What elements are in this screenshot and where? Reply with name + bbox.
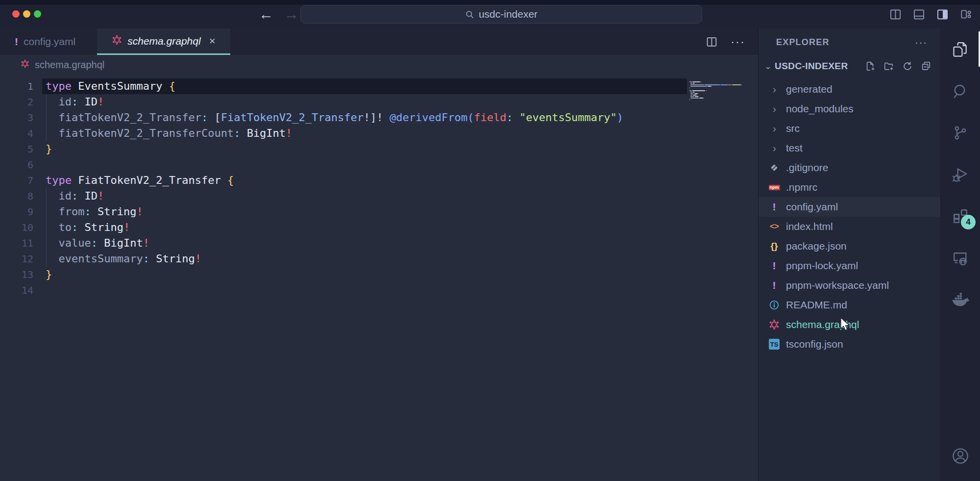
- code-line[interactable]: 8 id: ID!: [0, 188, 758, 204]
- activity-account-icon[interactable]: [941, 439, 980, 473]
- file-name: pnpm-workspace.yaml: [786, 279, 889, 291]
- titlebar: ← → usdc-indexer: [0, 0, 980, 28]
- explorer-more-actions-icon[interactable]: ···: [915, 37, 928, 48]
- code-text: id: ID!: [33, 188, 104, 204]
- code-line[interactable]: 11 value: BigInt!: [0, 235, 758, 251]
- breadcrumb-label: schema.graphql: [35, 59, 104, 71]
- extensions-badge: 4: [961, 215, 976, 229]
- code-text: to: String!: [33, 220, 130, 235]
- tree-item-pnpm-lock-yaml[interactable]: !pnpm-lock.yaml: [759, 256, 940, 276]
- chevron-right-icon: ›: [769, 103, 780, 115]
- panel-bottom-icon[interactable]: [912, 8, 926, 21]
- tree-item--npmrc[interactable]: npm.npmrc: [759, 177, 940, 197]
- zoom-window-button[interactable]: [34, 10, 41, 18]
- line-number: 13: [0, 267, 33, 282]
- breadcrumb[interactable]: schema.graphql: [0, 55, 758, 75]
- code-text: [33, 282, 46, 298]
- code-line[interactable]: 4 fiatTokenV2_2_TransferCount: BigInt!: [0, 126, 758, 141]
- explorer-section-usdc-indexer[interactable]: ⌄ USDC-INDEXER: [759, 56, 940, 76]
- sidebar-right-icon[interactable]: [936, 8, 949, 21]
- html-file-icon: <>: [768, 222, 780, 231]
- line-number: 7: [0, 173, 33, 188]
- line-number: 8: [0, 188, 33, 204]
- split-editor-icon[interactable]: [706, 36, 718, 48]
- file-name: src: [786, 123, 800, 134]
- code-text: id: ID!: [33, 94, 104, 110]
- nav-back-button[interactable]: ←: [259, 7, 273, 22]
- chevron-down-icon: ⌄: [764, 61, 772, 72]
- code-text: }: [33, 141, 52, 157]
- split-columns-icon[interactable]: [889, 8, 902, 21]
- code-line[interactable]: 13}: [0, 267, 758, 282]
- close-window-button[interactable]: [12, 10, 20, 18]
- file-name: generated: [786, 83, 833, 95]
- tree-item-node-modules[interactable]: ›node_modules: [759, 99, 940, 119]
- code-line[interactable]: 5}: [0, 141, 758, 157]
- code-editor[interactable]: 1type EventsSummary {2 id: ID!3 fiatToke…: [0, 75, 758, 481]
- tree-item-config-yaml[interactable]: !config.yaml: [759, 197, 940, 217]
- activity-bar: 4: [941, 28, 980, 481]
- activity-remote-explorer-icon[interactable]: [941, 237, 980, 278]
- customize-layout-icon[interactable]: [959, 8, 972, 21]
- code-line[interactable]: 12 eventsSummary: String!: [0, 251, 758, 267]
- tree-item-test[interactable]: ›test: [759, 138, 940, 158]
- tree-item-package-json[interactable]: {}package.json: [759, 236, 940, 256]
- code-line[interactable]: 1type EventsSummary {: [0, 78, 758, 94]
- activity-extensions-icon[interactable]: 4: [941, 195, 980, 237]
- tree-item-generated[interactable]: ›generated: [759, 79, 940, 99]
- refresh-icon[interactable]: [902, 61, 913, 72]
- collapse-all-icon[interactable]: [921, 61, 931, 72]
- close-tab-icon[interactable]: ×: [209, 35, 216, 48]
- mouse-cursor: [839, 317, 852, 331]
- json-file-icon: {}: [768, 241, 780, 252]
- tree-item-index-html[interactable]: <>index.html: [759, 217, 940, 236]
- code-line[interactable]: 2 id: ID!: [0, 94, 758, 110]
- activity-search-icon[interactable]: [941, 70, 980, 112]
- activity-explorer-icon[interactable]: [941, 28, 980, 70]
- activity-docker-icon[interactable]: [941, 278, 980, 320]
- minimize-window-button[interactable]: [23, 10, 30, 18]
- app-window: ← → usdc-indexer ! config.yaml: [0, 0, 980, 481]
- file-name: tsconfig.json: [786, 338, 843, 350]
- file-tree: ›generated›node_modules›src›test.gitigno…: [759, 76, 940, 481]
- line-number: 4: [0, 126, 33, 141]
- code-text: }: [33, 267, 52, 282]
- tree-item-src[interactable]: ›src: [759, 119, 940, 138]
- tree-item-readme-md[interactable]: README.md: [759, 295, 940, 315]
- command-center-search[interactable]: usdc-indexer: [300, 5, 702, 24]
- code-line[interactable]: 9 from: String!: [0, 204, 758, 220]
- editor-more-actions-icon[interactable]: ···: [731, 35, 745, 49]
- line-number: 12: [0, 251, 33, 267]
- activity-source-control-icon[interactable]: [941, 112, 980, 153]
- new-folder-icon[interactable]: [883, 61, 894, 72]
- window-controls: [12, 10, 41, 18]
- yaml-file-icon: !: [15, 36, 18, 48]
- search-value: usdc-indexer: [479, 8, 538, 20]
- code-line[interactable]: 14: [0, 282, 758, 298]
- tree-item--gitignore[interactable]: .gitignore: [759, 158, 940, 177]
- explorer-title: EXPLORER: [776, 37, 830, 48]
- new-file-icon[interactable]: [865, 61, 876, 72]
- code-text: eventsSummary: String!: [33, 251, 201, 267]
- code-line[interactable]: 7type FiatTokenV2_2_Transfer {: [0, 173, 758, 188]
- file-name: node_modules: [786, 103, 854, 115]
- activity-run-debug-icon[interactable]: [941, 153, 980, 195]
- graphql-file-icon: [21, 59, 29, 71]
- code-text: from: String!: [33, 204, 143, 220]
- line-number: 10: [0, 220, 33, 235]
- nav-forward-button[interactable]: →: [284, 7, 299, 22]
- line-number: 11: [0, 235, 33, 251]
- tree-item-tsconfig-json[interactable]: TStsconfig.json: [759, 334, 940, 354]
- tab-config-yaml[interactable]: ! config.yaml: [0, 28, 90, 55]
- tab-schema-graphql[interactable]: schema.graphql ×: [97, 28, 230, 55]
- code-line[interactable]: 3 fiatTokenV2_2_Transfer: [FiatTokenV2_2…: [0, 110, 758, 126]
- line-number: 1: [0, 78, 33, 94]
- file-name: README.md: [786, 299, 847, 311]
- gitignore-file-icon: [768, 163, 780, 173]
- minimap[interactable]: [689, 81, 744, 102]
- file-name: pnpm-lock.yaml: [786, 260, 858, 272]
- code-line[interactable]: 10 to: String!: [0, 220, 758, 235]
- line-number: 2: [0, 94, 33, 110]
- tree-item-pnpm-workspace-yaml[interactable]: !pnpm-workspace.yaml: [759, 276, 940, 295]
- code-line[interactable]: 6: [0, 157, 758, 173]
